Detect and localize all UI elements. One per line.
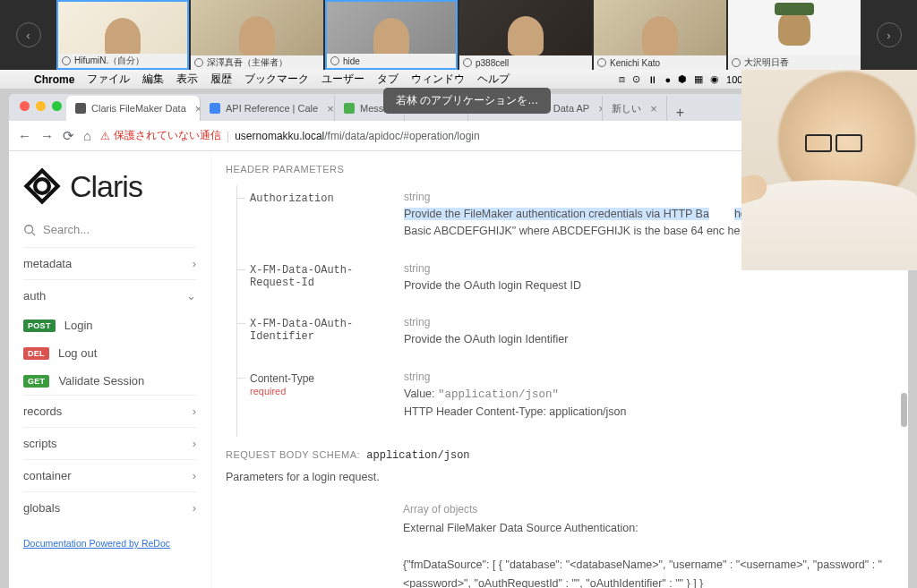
- browser-tab[interactable]: 新しい×: [603, 96, 667, 121]
- back-button[interactable]: ←: [18, 128, 31, 143]
- menu-item[interactable]: ファイル: [87, 72, 130, 87]
- video-tile[interactable]: HifumiN.（自分）: [56, 0, 189, 70]
- presenter-video-overlay: [741, 70, 917, 270]
- param-description: Provide the OAuth login Request ID: [404, 277, 894, 294]
- chevron-right-icon: ›: [193, 257, 196, 270]
- param-name: X-FM-Data-OAuth-Identifier: [237, 316, 404, 348]
- video-tile[interactable]: hide: [325, 0, 458, 70]
- maximize-icon[interactable]: [52, 101, 62, 111]
- chevron-right-icon: ›: [193, 405, 196, 418]
- claris-logo-icon: [23, 167, 61, 205]
- menu-item[interactable]: 編集: [142, 72, 164, 87]
- sidebar-item-metadata[interactable]: metadata›: [23, 247, 196, 279]
- browser-tab[interactable]: API Reference | Cale×: [201, 96, 335, 121]
- param-name: Content-Typerequired: [237, 371, 404, 422]
- app-name[interactable]: Chrome: [34, 73, 74, 86]
- param-value: Value: "application/json": [404, 386, 894, 404]
- browser-tab[interactable]: Claris FileMaker Data×: [66, 96, 201, 121]
- scrollbar-thumb[interactable]: [901, 393, 907, 427]
- mute-icon: [194, 58, 203, 67]
- new-tab-button[interactable]: +: [667, 105, 693, 121]
- sidebar-subitem-logout[interactable]: DELLog out: [23, 339, 196, 367]
- redoc-link[interactable]: Documentation Powered by ReDoc: [23, 538, 170, 549]
- url-field[interactable]: ⚠保護されていない通信 | usernomakku.local/fmi/data…: [100, 128, 740, 143]
- dropbox-icon[interactable]: ⧈: [619, 73, 625, 85]
- chevron-right-icon: ›: [193, 501, 196, 515]
- logo: Claris: [23, 162, 196, 219]
- body-schema-title: REQUEST BODY SCHEMA: application/json: [226, 449, 894, 462]
- sidebar-item-globals[interactable]: globals›: [23, 491, 196, 524]
- status-icon[interactable]: ●: [664, 74, 671, 85]
- video-tile[interactable]: Kenichi Kato: [594, 0, 726, 70]
- param-row: Content-Typerequired string Value: "appl…: [237, 365, 894, 438]
- search-icon: [23, 224, 36, 236]
- body-param-row: →fmDataSource› Array of objects External…: [226, 496, 894, 588]
- close-icon[interactable]: ×: [650, 102, 657, 115]
- warning-icon: ⚠: [100, 130, 110, 142]
- traffic-lights[interactable]: [20, 101, 62, 111]
- wifi-icon[interactable]: ◉: [710, 73, 719, 85]
- video-next-button[interactable]: ›: [861, 22, 917, 47]
- minimize-icon[interactable]: [36, 101, 46, 111]
- svg-point-1: [25, 225, 33, 233]
- menu-item[interactable]: 履歴: [210, 72, 232, 87]
- menu-item[interactable]: ユーザー: [321, 72, 364, 87]
- required-label: required: [250, 386, 404, 396]
- forward-button[interactable]: →: [40, 128, 54, 143]
- mute-icon: [732, 58, 741, 67]
- status-icon[interactable]: ⊙: [632, 73, 640, 85]
- video-conference-bar: ‹ HifumiN.（自分） 深澤真吾（主催者） hide p388cell K…: [0, 0, 917, 70]
- home-button[interactable]: ⌂: [83, 128, 91, 143]
- chevron-right-icon: ›: [193, 469, 196, 482]
- menu-item[interactable]: ウィンドウ: [411, 72, 465, 87]
- api-sidebar: Claris Search... metadata› auth⌄ POSTLog…: [9, 151, 211, 588]
- video-tiles: HifumiN.（自分） 深澤真吾（主催者） hide p388cell Ken…: [56, 0, 861, 70]
- video-tile[interactable]: 深澤真吾（主催者）: [191, 0, 323, 70]
- param-description: Provide the OAuth login Identifier: [404, 331, 894, 348]
- chevron-down-icon: ⌄: [186, 289, 196, 303]
- status-icon[interactable]: ⬢: [678, 73, 687, 85]
- mute-icon: [597, 58, 606, 67]
- param-description: HTTP Header Content-Type: application/js…: [404, 404, 894, 421]
- close-icon[interactable]: ×: [327, 102, 334, 115]
- menu-item[interactable]: ヘルプ: [477, 72, 510, 87]
- param-row: X-FM-Data-OAuth-Identifier string Provid…: [237, 311, 894, 364]
- reload-button[interactable]: ⟳: [63, 128, 74, 144]
- sidebar-subitem-login[interactable]: POSTLogin: [23, 311, 196, 339]
- mute-icon: [62, 56, 71, 65]
- sidebar-item-records[interactable]: records›: [23, 395, 196, 427]
- video-prev-button[interactable]: ‹: [0, 22, 56, 47]
- menu-item[interactable]: タブ: [377, 72, 399, 87]
- param-name: Authorization: [237, 191, 404, 241]
- search-input[interactable]: Search...: [23, 219, 196, 247]
- close-icon[interactable]: [20, 101, 30, 111]
- sidebar-item-auth[interactable]: auth⌄: [23, 279, 196, 311]
- chevron-right-icon: ›: [193, 437, 196, 450]
- menu-item[interactable]: 表示: [176, 72, 198, 87]
- video-tile[interactable]: 大沢明日香: [728, 0, 861, 70]
- sharing-tooltip: 若林 のアプリケーションを…: [383, 88, 551, 114]
- svg-point-0: [35, 179, 49, 193]
- sidebar-subitem-validate[interactable]: GETValidate Session: [23, 367, 196, 395]
- sidebar-item-scripts[interactable]: scripts›: [23, 427, 196, 459]
- menu-item[interactable]: ブックマーク: [244, 72, 309, 87]
- video-tile[interactable]: p388cell: [459, 0, 592, 70]
- status-icon[interactable]: ⏸: [647, 74, 657, 85]
- body-param-description: Array of objects External FileMaker Data…: [403, 501, 894, 588]
- param-type: string: [404, 316, 894, 328]
- mute-icon: [463, 58, 472, 67]
- scrollbar[interactable]: [899, 303, 908, 588]
- svg-line-2: [32, 232, 36, 235]
- sidebar-item-container[interactable]: container›: [23, 459, 196, 491]
- param-name: X-FM-Data-OAuth-Request-Id: [237, 262, 404, 294]
- body-description: Parameters for a login request.: [226, 471, 894, 483]
- mute-icon: [330, 56, 339, 65]
- status-icon[interactable]: ▦: [694, 73, 703, 85]
- param-type: string: [404, 371, 894, 383]
- body-param-name[interactable]: →fmDataSource›: [226, 501, 403, 588]
